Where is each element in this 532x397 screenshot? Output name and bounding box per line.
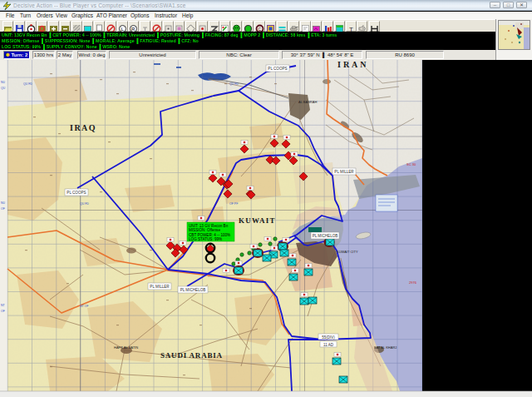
svg-text:AL BASRAH: AL BASRAH [298,100,317,104]
svg-text:C: C [258,27,261,32]
svg-text:QU FD: QU FD [229,82,239,86]
svg-text:BAT AL KHARJ: BAT AL KHARJ [374,345,397,350]
svg-text:PL COOPS: PL COOPS [268,67,287,71]
svg-text:NU: NU [1,201,6,205]
svg-text:CBT POWER: 4 -- 100%: CBT POWER: 4 -- 100% [189,233,230,237]
svg-text:LOG STATUS: 99%: LOG STATUS: 99% [189,237,222,241]
svg-text:PL COOPS: PL COOPS [66,191,86,195]
svg-text:IRAQ: IRAQ [70,123,96,132]
svg-text:PL MILLER: PL MILLER [150,285,170,289]
svg-text:PL MILLER: PL MILLER [334,170,354,174]
svg-text:QU FD: QU FD [23,82,32,86]
svg-text:NT OF: NT OF [80,305,88,308]
svg-text:IRAN: IRAN [337,60,369,69]
svg-text:PL MICHELOB: PL MICHELOB [313,234,338,238]
svg-text:QU: QU [1,87,6,90]
svg-text:PL MICHELOB: PL MICHELOB [180,288,206,292]
svg-text:11 AD: 11 AD [323,343,334,347]
svg-text:2976: 2976 [409,280,417,285]
svg-text:SC 30: SC 30 [406,162,416,166]
svg-text:QU FD: QU FD [80,202,89,206]
svg-text:55(DIV): 55(DIV) [322,335,335,340]
svg-text:MISSION: Offense: MISSION: Offense [189,228,220,232]
svg-text:NU: NU [1,81,6,84]
svg-text:KUWAIT CITY: KUWAIT CITY [337,250,358,254]
svg-text:HAFR AL BATIN: HAFR AL BATIN [114,345,138,350]
svg-text:UNIT: 13 GV Recon Bn: UNIT: 13 GV Recon Bn [189,224,229,228]
svg-text:OF PF: OF PF [229,202,238,206]
svg-text:OF: OF [1,310,5,313]
svg-text:OF: OF [1,207,5,211]
svg-text:SAUDI ARABIA: SAUDI ARABIA [160,351,223,360]
svg-text:KUWAIT: KUWAIT [239,216,276,225]
